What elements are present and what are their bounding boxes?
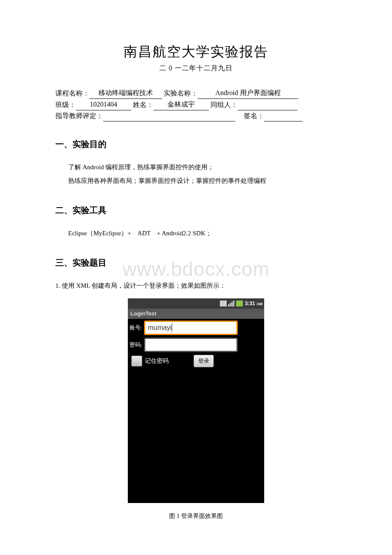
name-label: 姓名： (133, 101, 153, 108)
course-value: 移动终端编程技术 (89, 87, 162, 99)
login-button[interactable]: 登录 (193, 355, 214, 367)
account-input[interactable]: mumayi (144, 321, 238, 335)
team-label: 同组人： (210, 101, 238, 108)
exp-value: Android 用户界面编程 (198, 87, 298, 99)
remember-label: 记住密码 (145, 357, 169, 365)
section-3-p1: 1. 使用 XML 创建布局，设计一个登录界面；效果如图所示： (55, 279, 337, 292)
android-status-bar: 3:31 AM (128, 298, 264, 309)
sign-value (264, 121, 303, 121)
rating-value (103, 121, 235, 121)
password-label: 密码: (130, 341, 144, 349)
section-1-p1: 了解 Android 编程原理，熟练掌握界面控件的使用； (55, 160, 337, 174)
remember-checkbox[interactable] (131, 356, 142, 367)
class-value: 10201404 (76, 99, 131, 110)
account-label: 账号: (130, 324, 144, 332)
doc-date: 二 0 一二年十二月九日 (55, 64, 337, 73)
section-1-p2: 熟练应用各种界面布局；掌握界面控件设计；掌握控件的事件处理编程 (55, 174, 337, 188)
sign-label: 签名： (244, 112, 264, 119)
doc-title: 南昌航空大学实验报告 (55, 43, 337, 61)
status-time: 3:31 AM (245, 301, 262, 306)
phone-screenshot: 3:31 AM LoginTest 账号: mumayi 密码: 记住密码 登录 (55, 298, 337, 503)
section-1-heading: 一、实验目的 (55, 139, 337, 150)
app-title-bar: LoginTest (128, 309, 264, 319)
signal-icon (228, 301, 235, 306)
network-icon (220, 301, 227, 306)
figure-caption: 图 1 登录界面效果图 (55, 512, 337, 520)
battery-icon (236, 301, 243, 306)
info-block: 课程名称：移动终端编程技术 实验名称：Android 用户界面编程 班级：102… (55, 87, 337, 121)
section-2-heading: 二、实验工具 (55, 205, 337, 216)
course-label: 课程名称： (55, 90, 89, 97)
name-value: 金林成宇 (153, 99, 209, 110)
class-label: 班级： (55, 101, 76, 108)
exp-label: 实验名称： (164, 90, 198, 97)
account-value: mumayi (148, 324, 172, 332)
section-3-heading: 三、实验题目 (55, 257, 337, 269)
section-2-p1: Eclipse（MyEclipse）+ ADT + Android2.2 SDK… (55, 226, 337, 240)
rating-label: 指导教师评定： (55, 112, 103, 119)
password-input[interactable] (144, 338, 238, 352)
